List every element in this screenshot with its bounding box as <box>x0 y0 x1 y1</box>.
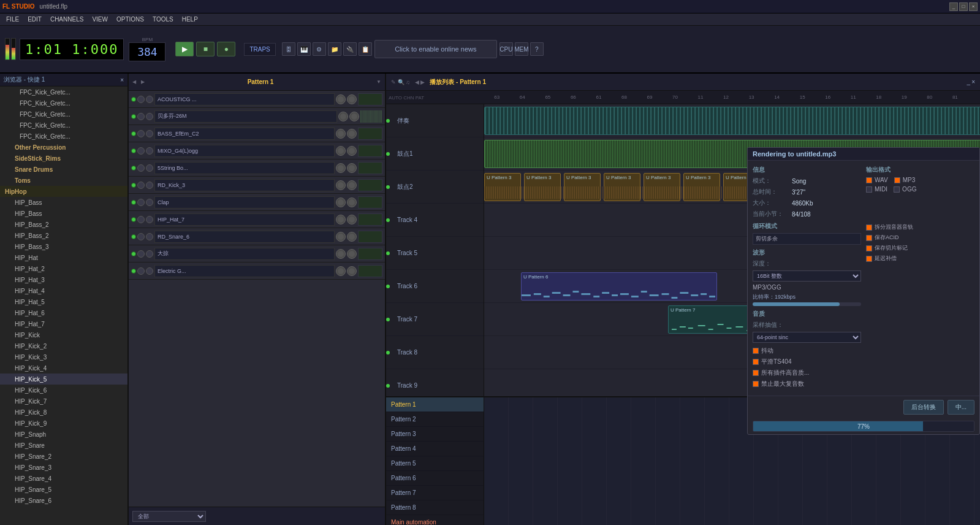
list-item[interactable]: HIP_Snare_3 <box>0 462 127 473</box>
list-item[interactable]: HIP_Kick_8 <box>0 407 127 418</box>
help-icon[interactable]: ? <box>530 42 544 56</box>
online-news-button[interactable]: Click to enable online news <box>374 40 497 58</box>
ch-pattern-7[interactable] <box>358 213 382 226</box>
ch-solo-2[interactable] <box>146 130 153 137</box>
ch-led-9[interactable] <box>131 251 136 256</box>
list-item[interactable]: HIP_Bass_2 <box>0 219 127 230</box>
ch-mute-8[interactable] <box>137 233 145 240</box>
browser-folder-toms[interactable]: Toms <box>0 175 127 186</box>
ch-solo-8[interactable] <box>146 233 153 240</box>
ch-pattern-9[interactable] <box>358 248 382 260</box>
track-block-pattern6[interactable]: U Pattern 6 <box>521 272 717 301</box>
track-block[interactable] <box>484 107 980 135</box>
ch-solo-5[interactable] <box>146 182 153 189</box>
ch-vol-4[interactable] <box>336 163 346 173</box>
pattern-item-1[interactable]: Pattern 2 <box>386 412 484 427</box>
piano-icon[interactable]: 🎹 <box>297 42 311 56</box>
list-item[interactable]: HIP_Hat_4 <box>0 285 127 296</box>
list-item[interactable]: HIP_Snare <box>0 440 127 451</box>
pattern-item-main-auto[interactable]: Main automation <box>386 515 484 525</box>
rack-collapse[interactable]: ▼ <box>376 79 381 85</box>
render-mp3-checkbox[interactable] <box>894 177 900 183</box>
list-item[interactable]: HIP_Snare_6 <box>0 495 127 506</box>
render-background-btn[interactable]: 后台转换 <box>903 400 944 415</box>
ch-vol-6[interactable] <box>336 197 346 207</box>
ch-pattern-8[interactable] <box>358 231 382 243</box>
list-item[interactable]: HIP_Kick_6 <box>0 385 127 396</box>
render-checkbox-2[interactable] <box>753 370 759 376</box>
ch-pattern-0[interactable] <box>358 93 382 105</box>
ch-mute-3[interactable] <box>137 147 145 155</box>
ch-vol-3[interactable] <box>336 146 346 156</box>
pattern-item-6[interactable]: Pattern 7 <box>386 486 484 500</box>
ch-led-8[interactable] <box>131 234 136 239</box>
rack-nav-next[interactable]: ▶ <box>141 79 145 85</box>
cpu-icon[interactable]: CPU <box>499 42 513 56</box>
list-item[interactable]: HIP_Bass <box>0 197 127 208</box>
menu-options[interactable]: OPTIONS <box>113 15 148 24</box>
rack-filter-select[interactable]: 全部 <box>132 511 206 522</box>
ch-led-10[interactable] <box>131 269 136 274</box>
pattern-item-0[interactable]: Pattern 1 <box>386 397 484 412</box>
list-item[interactable]: FPC_Kick_Gretc... <box>0 86 127 98</box>
list-item[interactable]: HIP_Snare_4 <box>0 473 127 484</box>
ch-pattern-6[interactable] <box>358 196 382 209</box>
render-loop-value[interactable]: 剪切多余 <box>753 233 861 245</box>
record-button[interactable]: ● <box>217 42 235 56</box>
ch-solo-0[interactable] <box>146 96 153 103</box>
project-icon[interactable]: 📋 <box>359 42 372 56</box>
ch-name-4[interactable]: 5String Bo... <box>154 162 335 174</box>
maximize-btn[interactable]: □ <box>959 2 968 11</box>
ch-name-0[interactable]: ACOUSTICG ... <box>154 93 335 105</box>
ch-led-4[interactable] <box>131 166 136 171</box>
step-seq-icon[interactable]: ⚙ <box>313 42 326 56</box>
ch-pan-4[interactable] <box>347 163 357 173</box>
ch-led-3[interactable] <box>131 148 136 153</box>
ch-mute-4[interactable] <box>137 164 145 172</box>
browser-icon[interactable]: 📁 <box>328 42 341 56</box>
pattern-item-3[interactable]: Pattern 4 <box>386 442 484 456</box>
list-item[interactable]: FPC_Kick_Gretc... <box>0 120 127 131</box>
ch-name-2[interactable]: BASS_EfEm_C2 <box>154 128 335 140</box>
ch-mute-7[interactable] <box>137 216 145 223</box>
ch-pan-2[interactable] <box>347 129 357 139</box>
ch-name-6[interactable]: Clap <box>154 196 335 209</box>
render-ogg-checkbox[interactable] <box>894 186 900 193</box>
ch-solo-3[interactable] <box>146 147 153 155</box>
ch-mute-6[interactable] <box>137 199 145 206</box>
browser-folder-sidestick[interactable]: SideStick_Rims <box>0 153 127 164</box>
ch-name-1[interactable]: 贝多芬-26M <box>154 110 337 123</box>
minimize-btn[interactable]: _ <box>949 2 958 11</box>
close-btn[interactable]: × <box>969 2 978 11</box>
playlist-close[interactable]: × <box>971 79 975 85</box>
render-rcheckbox-3[interactable] <box>866 256 872 262</box>
list-item[interactable]: HIP_Kick_7 <box>0 396 127 407</box>
ch-vol-10[interactable] <box>336 266 346 276</box>
ch-pan-10[interactable] <box>347 266 357 276</box>
ch-pan-5[interactable] <box>347 180 357 190</box>
ch-vol-5[interactable] <box>336 180 346 190</box>
list-item[interactable]: FPC_Kick_Gretc... <box>0 98 127 109</box>
browser-folder-snare[interactable]: Snare Drums <box>0 164 127 175</box>
ch-pan-0[interactable] <box>347 94 357 104</box>
list-item[interactable]: HIP_Snare_2 <box>0 451 127 462</box>
menu-view[interactable]: VIEW <box>88 15 112 24</box>
list-item[interactable]: HIP_Hat <box>0 252 127 263</box>
list-item[interactable]: HIP_Kick_9 <box>0 418 127 429</box>
menu-file[interactable]: FILE <box>2 15 23 24</box>
browser-folder-hiphop[interactable]: HipHop <box>0 186 127 197</box>
ch-name-8[interactable]: RD_Snare_6 <box>154 231 335 243</box>
browser-folder-other-percussion[interactable]: Other Percussion <box>0 142 127 153</box>
render-checkbox-1[interactable] <box>753 359 759 365</box>
menu-help[interactable]: HELP <box>178 15 202 24</box>
ch-pattern-5[interactable] <box>358 179 382 191</box>
list-item[interactable]: HIP_Kick_2 <box>0 340 127 351</box>
ch-mute-10[interactable] <box>137 267 145 275</box>
list-item[interactable]: HIP_Hat_7 <box>0 318 127 329</box>
ch-name-7[interactable]: HIP_Hat_7 <box>154 213 335 226</box>
ch-pan-7[interactable] <box>347 215 357 224</box>
render-wav-checkbox[interactable] <box>866 177 872 183</box>
render-midi-checkbox[interactable] <box>866 186 872 193</box>
ch-pan-8[interactable] <box>347 232 357 242</box>
ch-led-2[interactable] <box>131 131 136 136</box>
